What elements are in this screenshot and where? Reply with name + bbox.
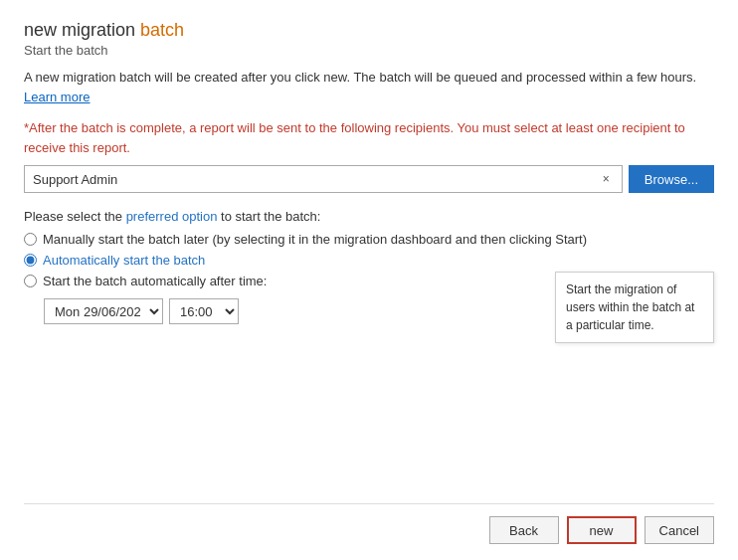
- learn-more-link[interactable]: Learn more: [24, 90, 90, 104]
- tooltip-text: Start the migration of users within the …: [566, 282, 694, 332]
- browse-button[interactable]: Browse...: [629, 165, 714, 193]
- subtitle: Start the batch: [24, 43, 714, 58]
- option-scheduled-label: Start the batch automatically after time…: [43, 274, 267, 288]
- report-info: *After the batch is complete, a report w…: [24, 118, 714, 157]
- section-label-highlight: preferred option: [126, 209, 218, 224]
- recipient-value: Support Admin: [33, 172, 599, 187]
- radio-auto[interactable]: [24, 254, 37, 267]
- time-select[interactable]: 16:00: [169, 298, 239, 324]
- option-auto-text: Automatically start the batch: [43, 253, 205, 268]
- option-manual-text: Manually start the batch later (by selec…: [43, 232, 587, 247]
- section-label-suffix: to start the batch:: [217, 209, 320, 224]
- title-highlight: batch: [140, 20, 184, 40]
- cancel-button[interactable]: Cancel: [645, 516, 714, 544]
- description-text: A new migration batch will be created af…: [24, 68, 714, 106]
- option-manual[interactable]: Manually start the batch later (by selec…: [24, 232, 714, 247]
- options-area: Manually start the batch later (by selec…: [24, 232, 714, 324]
- title-prefix: new migration: [24, 20, 140, 40]
- tooltip-box: Start the migration of users within the …: [555, 272, 714, 343]
- radio-scheduled[interactable]: [24, 275, 37, 287]
- clear-recipient-button[interactable]: ×: [599, 173, 614, 185]
- back-button[interactable]: Back: [489, 516, 559, 544]
- option-scheduled-text: Start the batch automatically after time…: [43, 274, 267, 288]
- footer: Back new Cancel: [24, 503, 714, 544]
- recipient-row: Support Admin × Browse...: [24, 165, 714, 193]
- section-label: Please select the preferred option to st…: [24, 209, 714, 224]
- date-select[interactable]: Mon 29/06/2020: [44, 298, 163, 324]
- option-auto-label: Automatically start the batch: [43, 253, 205, 268]
- section-label-prefix: Please select the: [24, 209, 126, 224]
- recipient-input-box[interactable]: Support Admin ×: [24, 165, 623, 193]
- radio-manual[interactable]: [24, 233, 37, 246]
- option-manual-label: Manually start the batch later (by selec…: [43, 232, 587, 247]
- new-button[interactable]: new: [567, 516, 637, 544]
- page-title: new migration batch: [24, 20, 714, 41]
- page-container: new migration batch Start the batch A ne…: [0, 0, 738, 560]
- description-body: A new migration batch will be created af…: [24, 70, 696, 85]
- option-auto[interactable]: Automatically start the batch: [24, 253, 714, 268]
